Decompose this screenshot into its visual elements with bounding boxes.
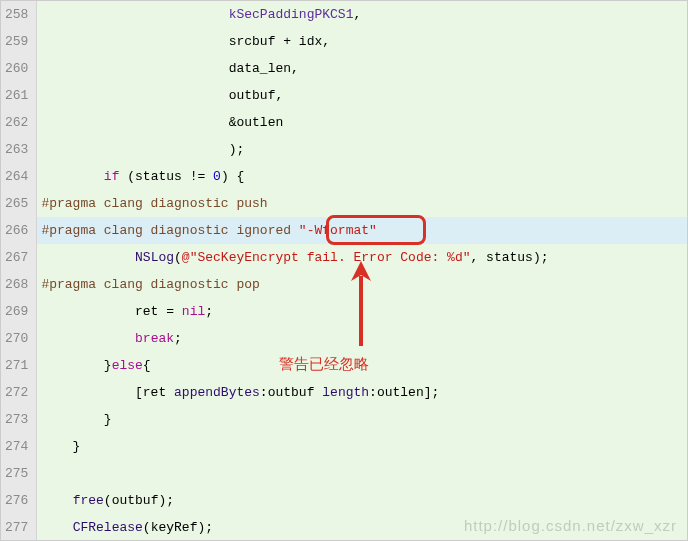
- line-number: 270: [5, 325, 28, 352]
- line-number: 261: [5, 82, 28, 109]
- code-line[interactable]: data_len,: [37, 55, 687, 82]
- code-line[interactable]: kSecPaddingPKCS1,: [37, 1, 687, 28]
- line-number: 264: [5, 163, 28, 190]
- code-line[interactable]: );: [37, 136, 687, 163]
- code-line[interactable]: &outlen: [37, 109, 687, 136]
- line-number: 277: [5, 514, 28, 541]
- line-number: 271: [5, 352, 28, 379]
- code-line[interactable]: #pragma clang diagnostic push: [37, 190, 687, 217]
- line-number: 263: [5, 136, 28, 163]
- code-line[interactable]: }: [37, 406, 687, 433]
- line-number: 260: [5, 55, 28, 82]
- code-content[interactable]: kSecPaddingPKCS1, srcbuf + idx, data_len…: [37, 1, 687, 540]
- code-line[interactable]: break;: [37, 325, 687, 352]
- line-number-gutter: 2582592602612622632642652662672682692702…: [1, 1, 37, 540]
- line-number: 258: [5, 1, 28, 28]
- code-line[interactable]: [37, 460, 687, 487]
- code-line[interactable]: }else{: [37, 352, 687, 379]
- line-number: 259: [5, 28, 28, 55]
- code-line[interactable]: NSLog(@"SecKeyEncrypt fail. Error Code: …: [37, 244, 687, 271]
- line-number: 266: [5, 217, 28, 244]
- line-number: 269: [5, 298, 28, 325]
- line-number: 275: [5, 460, 28, 487]
- line-number: 262: [5, 109, 28, 136]
- code-line[interactable]: }: [37, 433, 687, 460]
- code-line[interactable]: [ret appendBytes:outbuf length:outlen];: [37, 379, 687, 406]
- code-line[interactable]: #pragma clang diagnostic ignored "-Wform…: [37, 217, 687, 244]
- code-line[interactable]: srcbuf + idx,: [37, 28, 687, 55]
- line-number: 272: [5, 379, 28, 406]
- code-line[interactable]: outbuf,: [37, 82, 687, 109]
- code-editor[interactable]: 2582592602612622632642652662672682692702…: [1, 1, 687, 540]
- line-number: 267: [5, 244, 28, 271]
- code-line[interactable]: #pragma clang diagnostic pop: [37, 271, 687, 298]
- watermark: http://blog.csdn.net/zxw_xzr: [464, 517, 677, 534]
- line-number: 274: [5, 433, 28, 460]
- line-number: 273: [5, 406, 28, 433]
- line-number: 265: [5, 190, 28, 217]
- code-line[interactable]: free(outbuf);: [37, 487, 687, 514]
- code-line[interactable]: if (status != 0) {: [37, 163, 687, 190]
- line-number: 268: [5, 271, 28, 298]
- code-line[interactable]: ret = nil;: [37, 298, 687, 325]
- line-number: 276: [5, 487, 28, 514]
